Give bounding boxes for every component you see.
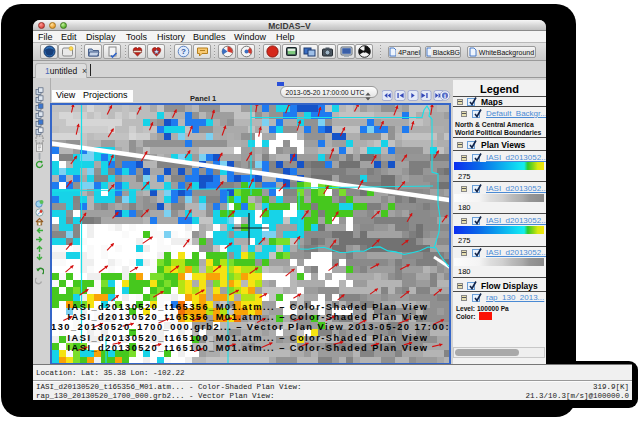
svg-text:IASI_d20130520_t165356_M01.atm: IASI_d20130520_t165356_M01.atm... – Colo…	[68, 302, 429, 312]
svg-text:IASI_d20130520_t165356_M01.atm: IASI_d20130520_t165356_M01.atm... – Colo…	[68, 312, 429, 322]
svg-text:IASI_d20130520_t165100_M01.atm: IASI_d20130520_t165100_M01.atm... – Colo…	[68, 333, 429, 343]
svg-text:i: i	[444, 92, 446, 99]
svg-text:?: ?	[181, 47, 186, 56]
svg-text:IASI_d20130520_t165100_M01.atm: IASI_d20130520_t165100_M01.atm... – Colo…	[68, 343, 429, 353]
svg-text:rap_130_20130520_1700_000.grb2: rap_130_20130520_1700_000.grb2... – Vect…	[52, 322, 449, 332]
